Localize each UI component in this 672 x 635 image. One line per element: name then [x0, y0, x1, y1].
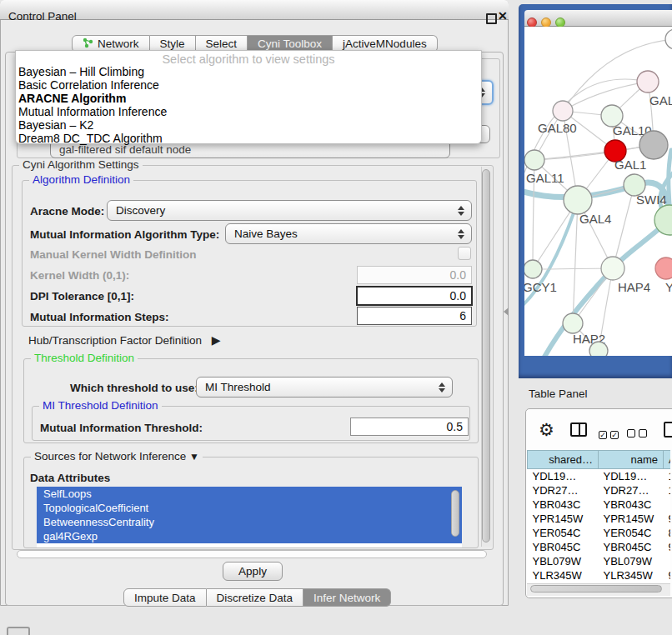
table-panel-title: Table Panel — [529, 388, 588, 400]
table-body: YDL19…YDL19…13YDR27…YDR27…12YBR043CYBR04… — [528, 469, 671, 589]
tab-label: jActiveMNodules — [343, 38, 427, 50]
sources-group-title[interactable]: Sources for Network Inference ▼ — [31, 450, 203, 462]
algorithm-dropdown-placeholder: Select algorithm to view settings — [16, 51, 481, 65]
table-cell[interactable]: YDR27… — [528, 483, 599, 498]
settings-hscrollbar[interactable] — [17, 550, 487, 558]
node-table-container: shared… name A YDL19…YDL19…13YDR27…YDR27… — [527, 450, 670, 588]
table-cell[interactable]: YDL19… — [528, 469, 599, 484]
table-cell[interactable]: YDL19… — [599, 469, 664, 484]
table-cell[interactable] — [664, 498, 671, 512]
column-header-shared-name[interactable]: shared… — [528, 451, 599, 469]
network-node[interactable] — [524, 260, 542, 278]
tab-label: Style — [160, 38, 185, 50]
data-attribute-item[interactable]: BetweennessCentrality — [37, 515, 462, 529]
tab-label: Infer Network — [313, 592, 380, 604]
table-cell[interactable]: YBL079W — [528, 554, 599, 568]
node-label: GAL1 — [614, 158, 646, 172]
data-attribute-item[interactable]: TopologicalCoefficient — [37, 501, 462, 515]
algorithm-option[interactable]: Mutual Information Inference — [16, 105, 481, 118]
aracne-mode-value: Discovery — [116, 204, 165, 217]
which-threshold-combobox[interactable]: MI Threshold — [196, 377, 453, 398]
network-node[interactable] — [553, 101, 573, 121]
network-node[interactable] — [637, 71, 659, 92]
table-cell[interactable] — [664, 554, 671, 568]
attributes-scrollbar-thumb[interactable] — [451, 490, 459, 537]
network-node[interactable] — [639, 131, 668, 159]
table-header-row: shared… name A — [528, 451, 671, 469]
data-attribute-item[interactable]: SelfLoops — [37, 487, 462, 501]
which-threshold-value: MI Threshold — [205, 381, 271, 393]
gear-icon[interactable]: ⚙ — [539, 420, 554, 440]
bottom-tabbar: Impute Data Discretize Data Infer Networ… — [123, 588, 391, 607]
deselect-all-checkbox-icon[interactable] — [627, 426, 647, 441]
table-cell[interactable]: 8. — [664, 526, 671, 540]
tab-discretize-data[interactable]: Discretize Data — [207, 588, 304, 607]
table-row: YBL079WYBL079W — [528, 554, 671, 568]
column-layout-icon[interactable] — [570, 422, 587, 437]
document-icon[interactable] — [664, 422, 672, 438]
algorithm-option[interactable]: Bayesian – K2 — [16, 118, 481, 132]
table-cell[interactable]: YBL079W — [599, 554, 664, 568]
table-cell[interactable]: YBR043C — [599, 498, 664, 512]
table-cell[interactable]: YER054C — [599, 526, 664, 540]
panel-splitter-arrow[interactable] — [504, 308, 509, 316]
network-node[interactable] — [601, 257, 624, 280]
node-label: GCY1 — [524, 280, 557, 294]
data-attributes-label: Data Attributes — [30, 472, 110, 484]
sources-title-text: Sources for Network Inference — [34, 450, 186, 462]
aracne-mode-combobox[interactable]: Discovery — [107, 200, 472, 221]
mi-type-combobox[interactable]: Naive Bayes — [225, 223, 472, 244]
table-cell[interactable]: YLR345W — [528, 568, 599, 582]
table-cell[interactable]: YBR045C — [599, 540, 664, 554]
dpi-tolerance-field[interactable]: 0.0 — [356, 286, 473, 306]
manual-kernel-checkbox[interactable] — [458, 247, 471, 260]
network-node[interactable] — [665, 29, 672, 49]
table-row: YDR27…YDR27…12 — [528, 483, 671, 498]
table-cell[interactable]: YBR043C — [528, 498, 599, 512]
table-hscrollbar-thumb[interactable] — [530, 585, 662, 592]
table-cell[interactable]: 9. — [664, 512, 671, 526]
table-cell[interactable]: 9. — [664, 540, 671, 554]
network-node[interactable] — [655, 258, 672, 279]
mi-type-label: Mutual Information Algorithm Type: — [30, 228, 219, 241]
algorithm-option[interactable]: ARACNE Algorithm — [16, 92, 481, 105]
network-edge[interactable] — [563, 82, 648, 111]
settings-scrollbar-thumb[interactable] — [482, 169, 490, 542]
table-row: YER054CYER054C8. — [528, 526, 671, 540]
table-cell[interactable]: YDR27… — [599, 483, 664, 498]
apply-button[interactable]: Apply — [223, 562, 283, 581]
network-canvas[interactable]: GALGAL80GAL10GAL1GAL11SWI4GAL4GCY1HAP4YH… — [524, 27, 672, 356]
table-cell[interactable]: 9. — [664, 568, 671, 582]
table-cell[interactable]: 12 — [664, 483, 671, 498]
table-cell[interactable]: YER054C — [528, 526, 599, 540]
tab-impute-data[interactable]: Impute Data — [123, 588, 207, 607]
data-attributes-list[interactable]: SelfLoopsTopologicalCoefficientBetweenne… — [37, 487, 462, 548]
column-header-name[interactable]: name — [599, 451, 664, 469]
data-attribute-item[interactable]: gal4RGexp — [37, 529, 462, 543]
algorithm-option[interactable]: Bayesian – Hill Climbing — [16, 65, 481, 78]
algorithm-option[interactable]: Basic Correlation Inference — [16, 78, 481, 92]
kernel-width-field[interactable]: 0.0 — [357, 266, 472, 284]
tab-infer-network[interactable]: Infer Network — [303, 588, 391, 607]
table-cell[interactable]: YBR045C — [528, 540, 599, 554]
float-window-icon[interactable] — [486, 13, 497, 24]
mi-threshold-field[interactable]: 0.5 — [350, 418, 469, 436]
network-edge[interactable] — [573, 200, 578, 323]
mi-steps-field[interactable]: 6 — [357, 307, 472, 325]
node-label: SWI4 — [636, 192, 667, 207]
algorithm-option[interactable]: Dream8 DC_TDC Algorithm — [16, 132, 481, 145]
select-all-checkbox-icon[interactable]: ✓✓ — [599, 426, 619, 441]
network-edge[interactable] — [534, 151, 615, 160]
network-node[interactable] — [524, 150, 544, 170]
hub-definition-toggle[interactable]: Hub/Transcription Factor Definition ▶ — [28, 333, 221, 347]
table-cell[interactable]: YPR145W — [528, 512, 599, 526]
minimized-window-icon[interactable] — [7, 627, 30, 635]
column-header-clipped[interactable]: A — [664, 451, 671, 469]
network-node[interactable] — [589, 342, 608, 356]
network-node[interactable] — [563, 313, 583, 333]
table-cell[interactable]: YPR145W — [599, 512, 664, 526]
table-cell[interactable]: 13 — [664, 469, 671, 484]
close-icon[interactable]: ✕ — [498, 9, 508, 22]
table-cell[interactable]: YLR345W — [599, 568, 664, 582]
network-node[interactable] — [564, 186, 592, 214]
